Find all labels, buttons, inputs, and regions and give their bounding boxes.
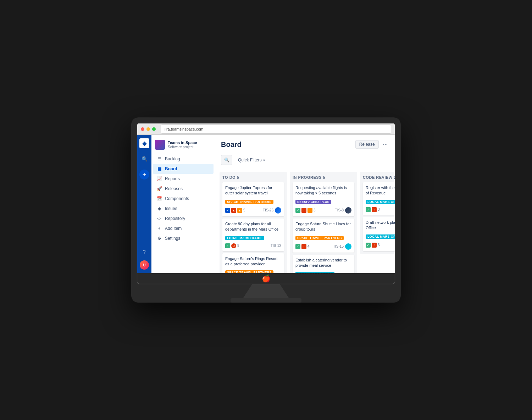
- card-codereview-2[interactable]: Draft network plan for Mars Office LOCAL…: [363, 217, 395, 251]
- quick-filters-button[interactable]: Quick Filters ▾: [235, 156, 268, 164]
- search-icon[interactable]: 🔍: [139, 154, 149, 164]
- apple-logo: 🍎: [262, 274, 271, 283]
- arrow-up-icon: ↑: [301, 208, 306, 213]
- monitor-base: [231, 298, 301, 303]
- check-icon: ✓: [366, 207, 371, 212]
- dot-red[interactable]: [141, 127, 144, 131]
- card-codereview-1[interactable]: Register with the Mars Ministry of Reven…: [363, 182, 395, 215]
- project-avatar: [155, 140, 165, 150]
- block-icon: ⊘: [231, 243, 236, 248]
- reports-icon: 📈: [156, 176, 162, 182]
- card-footer: ✓ ↑ 3 TIS-11: [366, 207, 395, 212]
- card-count: 5: [243, 208, 245, 212]
- page-title: Board: [221, 140, 242, 149]
- card-inprogress-1[interactable]: Requesting available flights is now taki…: [293, 182, 354, 216]
- card-tag: SPACE TRAVEL PARTNERS: [225, 200, 273, 204]
- sidebar-label-repository: Repository: [165, 216, 185, 221]
- card-tag: SPACE TRAVEL PARTNERS: [295, 236, 344, 240]
- sidebar-label-releases: Releases: [165, 186, 183, 191]
- card-todo-2[interactable]: Create 90 day plans for all departments …: [222, 219, 284, 251]
- card-title: Engage Saturn Shuttle Lines for group to…: [295, 221, 351, 232]
- dot-green[interactable]: [152, 127, 156, 131]
- nav-left: ◆ 🔍 + ? U: [137, 135, 151, 273]
- column-header-inprogress: IN PROGRESS 5: [293, 175, 354, 180]
- release-button[interactable]: Release: [355, 140, 379, 149]
- card-id: TIS-12: [271, 244, 281, 248]
- column-header-codereview: CODE REVIEW 2: [363, 175, 395, 180]
- card-inprogress-3[interactable]: Establish a catering vendor to provide m…: [293, 255, 354, 273]
- backlog-icon: ☰: [156, 156, 162, 162]
- search-icon: 🔍: [224, 158, 229, 162]
- card-avatar: [275, 207, 281, 214]
- create-icon[interactable]: +: [139, 170, 149, 179]
- card-footer: ✓ ↑ 3 TIS-15: [366, 242, 395, 248]
- card-todo-3[interactable]: Engage Saturn's Rings Resort as a prefer…: [222, 253, 284, 273]
- card-tag: LOCAL MARS OFFICE: [366, 200, 395, 204]
- board-columns: TO DO 5 Engage Jupiter Express for outer…: [215, 168, 395, 273]
- sidebar-item-settings[interactable]: ⚙ Settings: [153, 233, 214, 243]
- help-icon[interactable]: ?: [139, 247, 149, 257]
- browser-url[interactable]: jira.teamsinspace.com: [161, 125, 391, 134]
- sidebar-label-settings: Settings: [165, 236, 180, 241]
- check-icon: ✓: [225, 208, 230, 213]
- card-title: Draft network plan for Mars Office: [366, 220, 395, 231]
- card-footer: ✓ ↑ ↑ 3 TIS-8: [295, 207, 351, 214]
- app-container: ◆ 🔍 + ? U Teams in Space Software projec: [137, 135, 395, 273]
- card-inprogress-2[interactable]: Engage Saturn Shuttle Lines for group to…: [293, 219, 354, 253]
- board-header: Board Release ···: [215, 135, 395, 152]
- more-options-button[interactable]: ···: [382, 140, 389, 149]
- search-box[interactable]: 🔍: [221, 155, 232, 165]
- card-title: Register with the Mars Ministry of Reven…: [366, 185, 395, 196]
- card-id: TIS-25: [263, 208, 273, 212]
- priority-high-icon: ▲: [231, 208, 236, 213]
- project-info: Teams in Space Software project: [168, 140, 197, 149]
- dot-yellow[interactable]: [146, 127, 150, 131]
- sidebar-label-components: Components: [165, 196, 189, 201]
- sidebar-label-board: Board: [165, 166, 177, 171]
- sidebar-label-backlog: Backlog: [165, 156, 180, 161]
- sidebar-item-releases[interactable]: 🚀 Releases: [153, 184, 214, 194]
- card-tag: SPACE TRAVEL PARTNERS: [225, 270, 273, 273]
- card-icons: ✓ ↑ 3: [366, 207, 380, 212]
- column-todo: TO DO 5 Engage Jupiter Express for outer…: [220, 172, 287, 273]
- releases-icon: 🚀: [156, 186, 162, 192]
- sidebar-label-reports: Reports: [165, 176, 180, 181]
- card-footer: ✓ ▲ ▲ 5 TIS-25: [225, 207, 281, 214]
- user-avatar[interactable]: U: [140, 260, 149, 270]
- monitor-chin: 🍎: [137, 273, 395, 284]
- card-tag: SEESPACEEZ PLUS: [295, 200, 331, 204]
- card-title: Establish a catering vendor to provide m…: [295, 258, 351, 269]
- card-id: TIS-8: [335, 208, 344, 212]
- card-icons: ✓ ⊘ 9: [225, 243, 239, 248]
- browser-bar: jira.teamsinspace.com: [137, 123, 395, 135]
- jira-logo-icon[interactable]: ◆: [139, 138, 149, 148]
- sidebar: Teams in Space Software project ☰ Backlo…: [151, 135, 215, 273]
- arrow-up-icon: ↑: [307, 208, 312, 213]
- card-icons: ✓ ↑ ↑ 3: [295, 208, 316, 213]
- check-icon: ✓: [225, 243, 230, 248]
- settings-icon: ⚙: [156, 236, 162, 241]
- card-tag: LOCAL MARS OFFICE: [366, 234, 395, 239]
- card-meta: TIS-15: [333, 243, 351, 250]
- sidebar-item-add-item[interactable]: + Add item: [153, 223, 214, 233]
- quick-filters-label: Quick Filters: [238, 158, 262, 162]
- sidebar-item-backlog[interactable]: ☰ Backlog: [153, 154, 214, 164]
- issues-icon: ◆: [156, 206, 162, 211]
- card-count: 3: [378, 208, 380, 211]
- sidebar-item-board[interactable]: ▦ Board: [153, 164, 214, 174]
- arrow-up-icon: ↑: [372, 243, 377, 248]
- sidebar-item-issues[interactable]: ◆ Issues: [153, 204, 214, 214]
- sidebar-item-repository[interactable]: <> Repository: [153, 214, 214, 223]
- check-icon: ✓: [366, 243, 371, 248]
- card-icons: ✓ ▲ ▲ 5: [225, 208, 245, 213]
- card-title: Requesting available flights is now taki…: [295, 185, 351, 196]
- monitor-stand: [243, 284, 289, 298]
- card-todo-1[interactable]: Engage Jupiter Express for outer solar s…: [222, 182, 284, 216]
- project-type: Software project: [168, 145, 197, 149]
- card-title: Engage Jupiter Express for outer solar s…: [225, 185, 281, 196]
- sidebar-item-reports[interactable]: 📈 Reports: [153, 174, 214, 184]
- card-icons: ✓ ↑ 3: [366, 243, 380, 248]
- card-icons: ✓ ↑ 4: [295, 244, 310, 249]
- board-actions: Release ···: [355, 140, 389, 149]
- sidebar-item-components[interactable]: 📅 Components: [153, 194, 214, 204]
